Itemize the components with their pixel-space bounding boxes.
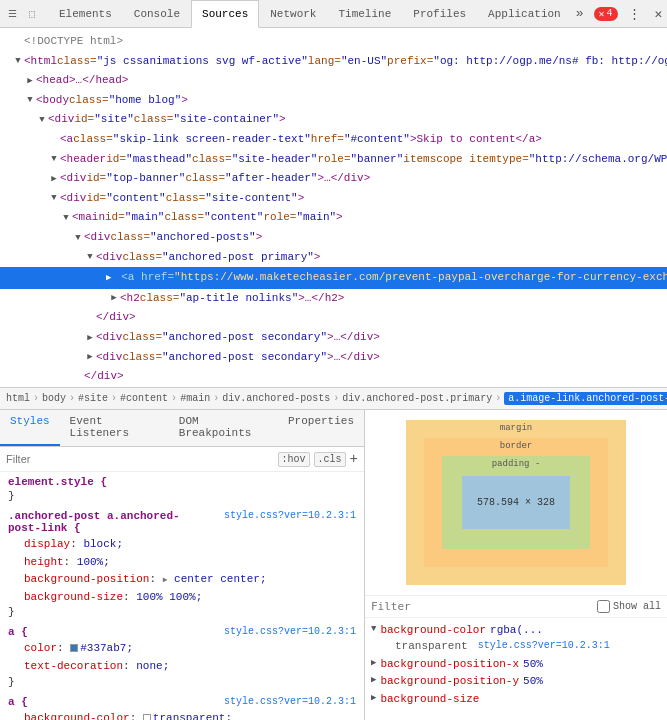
tab-elements[interactable]: Elements <box>48 0 123 28</box>
expand-icon[interactable]: ▶ <box>371 691 376 705</box>
html-tree[interactable]: <!DOCTYPE html> <html class="js cssanima… <box>0 28 667 387</box>
breadcrumb-item-content[interactable]: #content <box>120 393 168 404</box>
tree-line[interactable]: <h2 class="ap-title nolinks" >…</h2> <box>0 289 667 309</box>
expand-icon[interactable]: ▼ <box>371 622 376 636</box>
css-source-link[interactable]: style.css?ver=10.2.3:1 <box>224 696 356 710</box>
hov-button[interactable]: :hov <box>278 452 310 467</box>
computed-filter-input[interactable] <box>371 600 591 613</box>
tag-name: <body <box>36 92 69 110</box>
breadcrumb-item-site[interactable]: #site <box>78 393 108 404</box>
tree-line[interactable]: <!DOCTYPE html> <box>0 32 667 52</box>
breadcrumb-item-selected[interactable]: a.image-link.anchored-post-link <box>504 392 667 405</box>
attr-name: role= <box>317 151 350 169</box>
tab-properties[interactable]: Properties <box>278 410 364 446</box>
arrow-icon[interactable] <box>36 113 48 127</box>
error-badge[interactable]: ✕ 4 <box>594 7 618 21</box>
tab-bar: ☰ ⬚ Elements Console Sources Network Tim… <box>0 0 667 28</box>
tree-line[interactable]: <header id="masthead" class="site-header… <box>0 150 667 170</box>
tab-console[interactable]: Console <box>123 0 191 28</box>
expand-icon[interactable]: ▶ <box>371 656 376 670</box>
arrow-icon[interactable] <box>12 54 24 68</box>
filter-actions: :hov .cls + <box>278 451 358 467</box>
inspect-icon[interactable]: ☰ <box>4 6 20 22</box>
tab-sources[interactable]: Sources <box>191 0 259 28</box>
arrow-icon[interactable] <box>48 152 60 166</box>
tree-line[interactable]: </div> <box>0 367 667 387</box>
arrow-icon[interactable] <box>72 231 84 245</box>
arrow-icon[interactable] <box>48 172 60 186</box>
breadcrumb-item-anchored-posts[interactable]: div.anchored-posts <box>222 393 330 404</box>
selected-element[interactable]: ▶ <a href="https://www.maketecheasier.co… <box>0 267 667 289</box>
tree-line[interactable]: <head>…</head> <box>0 71 667 91</box>
css-prop: background-color: transparent; <box>8 710 356 720</box>
attr-name: class= <box>164 209 204 227</box>
tag-name: <div <box>60 170 86 188</box>
cls-button[interactable]: .cls <box>314 452 346 467</box>
attr-val: "en-US" <box>341 53 387 71</box>
computed-prop-row: ▼ background-color rgba(... <box>371 622 661 640</box>
attr-val: "home blog" <box>109 92 182 110</box>
tree-line[interactable]: <div class="anchored-post secondary" >…<… <box>0 348 667 368</box>
attr-val: "http://schema.org/WPHeader" <box>529 151 667 169</box>
attr-name: class= <box>122 329 162 347</box>
arrow-icon[interactable] <box>84 350 96 364</box>
tree-line[interactable]: <html class="js cssanimations svg wf-act… <box>0 52 667 72</box>
styles-filter-input[interactable] <box>6 453 272 465</box>
tab-network[interactable]: Network <box>259 0 327 28</box>
color-swatch[interactable] <box>70 644 78 652</box>
computed-source-link[interactable]: style.css?ver=10.2.3:1 <box>478 640 610 652</box>
attr-name: class= <box>73 131 113 149</box>
tree-line[interactable]: <body class="home blog" > <box>0 91 667 111</box>
tab-profiles[interactable]: Profiles <box>402 0 477 28</box>
tree-line[interactable]: <main id="main" class="content" role="ma… <box>0 208 667 228</box>
tag-name: <main <box>72 209 105 227</box>
attr-name: lang= <box>308 53 341 71</box>
tree-line[interactable]: <div id="content" class="site-content" > <box>0 189 667 209</box>
tree-line[interactable]: <a class="skip-link screen-reader-text" … <box>0 130 667 150</box>
breadcrumb-item-main[interactable]: #main <box>180 393 210 404</box>
close-devtools-button[interactable]: ✕ <box>651 4 667 24</box>
css-source-link[interactable]: style.css?ver=10.2.3:1 <box>224 510 356 536</box>
tab-application[interactable]: Application <box>477 0 572 28</box>
css-source-link[interactable]: style.css?ver=10.2.3:1 <box>224 626 356 640</box>
tree-line[interactable]: <div id="site" class="site-container" > <box>0 110 667 130</box>
tab-styles[interactable]: Styles <box>0 410 60 446</box>
tab-timeline[interactable]: Timeline <box>327 0 402 28</box>
tree-line[interactable]: <div class="anchored-post secondary" >…<… <box>0 328 667 348</box>
tree-line[interactable]: <div class="anchored-post primary" > <box>0 248 667 268</box>
expand-icon[interactable]: ▶ <box>371 673 376 687</box>
device-icon[interactable]: ⬚ <box>24 6 40 22</box>
attr-name: itemscope itemtype= <box>403 151 528 169</box>
arrow-icon[interactable] <box>84 250 96 264</box>
css-rule: a { style.css?ver=10.2.3:1 background-co… <box>0 696 364 720</box>
show-all-checkbox[interactable] <box>597 600 610 613</box>
attr-val: "skip-link screen-reader-text" <box>113 131 311 149</box>
arrow-icon[interactable] <box>84 331 96 345</box>
tag-name: <div <box>60 190 86 208</box>
show-all-container: Show all <box>597 600 661 613</box>
settings-button[interactable]: ⋮ <box>624 4 645 24</box>
arrow-icon[interactable] <box>108 291 120 305</box>
attr-val: "top-banner" <box>106 170 185 188</box>
tag-close: >…</div> <box>327 349 380 367</box>
tree-line[interactable]: <div class="anchored-posts" > <box>0 228 667 248</box>
arrow-icon[interactable] <box>48 191 60 205</box>
arrow-icon[interactable] <box>24 74 36 88</box>
tag-name: <head>…</head> <box>36 72 128 90</box>
arrow-icon[interactable] <box>24 93 36 107</box>
css-rule: element.style { } <box>0 476 364 502</box>
add-style-button[interactable]: + <box>350 451 358 467</box>
tree-line[interactable]: </div> <box>0 308 667 328</box>
attr-val: "site-content" <box>205 190 297 208</box>
tab-event-listeners[interactable]: Event Listeners <box>60 410 169 446</box>
color-swatch[interactable] <box>143 714 151 720</box>
breadcrumb-item-anchored-post-primary[interactable]: div.anchored-post.primary <box>342 393 492 404</box>
tree-line[interactable]: <div id="top-banner" class="after-header… <box>0 169 667 189</box>
overflow-button[interactable]: » <box>572 4 588 23</box>
attr-name: prefix= <box>387 53 433 71</box>
arrow-icon[interactable] <box>60 211 72 225</box>
tab-dom-breakpoints[interactable]: DOM Breakpoints <box>169 410 278 446</box>
breadcrumb-item-html[interactable]: html <box>6 393 30 404</box>
attr-name: id= <box>86 170 106 188</box>
breadcrumb-item-body[interactable]: body <box>42 393 66 404</box>
